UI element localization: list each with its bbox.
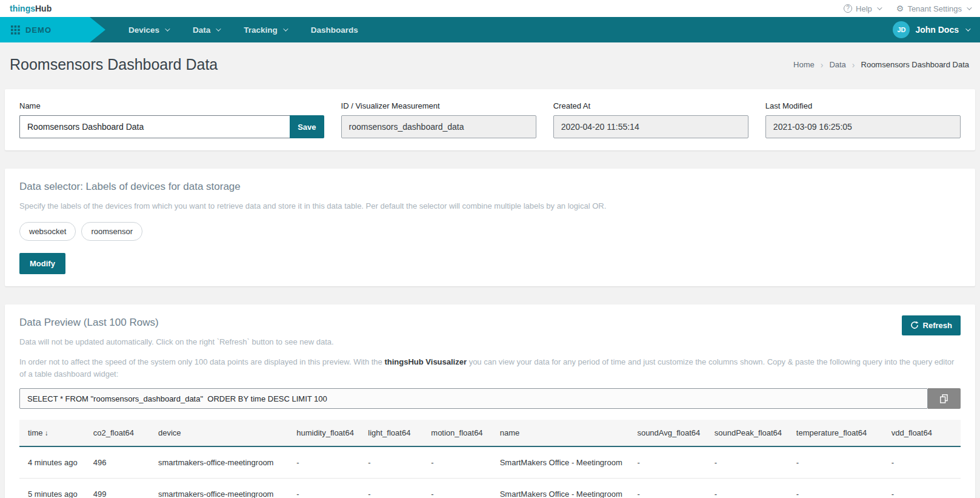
data-preview-title: Data Preview (Last 100 Rows)	[19, 317, 961, 329]
nav-item-tracking[interactable]: Tracking	[244, 25, 287, 35]
visualizer-name: thingsHub Visusalizer	[384, 357, 467, 366]
tenant-switcher[interactable]: DEMO	[0, 17, 107, 42]
query-group	[19, 388, 961, 409]
help-menu[interactable]: ? Help	[844, 4, 881, 13]
tenant-settings-label: Tenant Settings	[907, 4, 962, 13]
cell-name: SmartMakers Office - Meetingroom	[494, 479, 632, 498]
column-header-motion[interactable]: motion_float64	[425, 420, 493, 446]
modify-button[interactable]: Modify	[19, 253, 65, 274]
nav-item-dashboards[interactable]: Dashboards	[311, 25, 358, 35]
breadcrumb: Home › Data › Roomsensors Dashboard Data	[793, 60, 969, 70]
column-header-soundpeak[interactable]: soundPeak_float64	[708, 420, 790, 446]
label-tags: websocket roomsensor	[19, 222, 961, 241]
cell-humidity: -	[290, 479, 362, 498]
id-input	[341, 115, 536, 138]
save-button[interactable]: Save	[290, 115, 324, 138]
column-header-temperature[interactable]: temperature_float64	[790, 420, 885, 446]
created-at-input	[553, 115, 748, 138]
tenant-settings-menu[interactable]: ⚙ Tenant Settings	[896, 4, 970, 13]
user-menu[interactable]: JD John Docs	[893, 21, 969, 38]
name-input[interactable]	[19, 115, 290, 138]
cell-co2: 499	[87, 479, 152, 498]
nav-item-data[interactable]: Data	[193, 25, 219, 35]
breadcrumb-separator: ›	[821, 60, 824, 70]
cell-soundavg: -	[631, 479, 708, 498]
cell-vdd: -	[885, 479, 961, 498]
data-preview-table: time↓ co2_float64 device humidity_float6…	[19, 420, 961, 498]
sort-desc-icon: ↓	[45, 429, 48, 437]
logo-text-hub: Hub	[35, 4, 52, 13]
logo-text-things: things	[10, 4, 35, 13]
page-header: Roomsensors Dashboard Data Home › Data ›…	[0, 42, 980, 89]
cell-time: 4 minutes ago	[19, 446, 87, 479]
label-tag-roomsensor: roomsensor	[81, 222, 142, 241]
cell-humidity: -	[290, 446, 362, 479]
column-header-time[interactable]: time↓	[19, 420, 87, 446]
cell-motion: -	[425, 479, 493, 498]
cell-device: smartmakers-office-meetingroom	[152, 479, 290, 498]
cell-soundavg: -	[631, 446, 708, 479]
cell-vdd: -	[885, 446, 961, 479]
breadcrumb-home[interactable]: Home	[793, 60, 815, 69]
cell-soundpeak: -	[708, 479, 790, 498]
data-selector-card: Data selector: Labels of devices for dat…	[5, 169, 975, 286]
data-selector-title: Data selector: Labels of devices for dat…	[19, 181, 961, 193]
cell-light: -	[362, 446, 425, 479]
cell-name: SmartMakers Office - Meetingroom	[494, 446, 632, 479]
help-label: Help	[856, 4, 872, 13]
id-label: ID / Visualizer Measurement	[341, 101, 536, 110]
nav-items: Devices Data Tracking Dashboards	[128, 25, 358, 35]
user-name: John Docs	[915, 25, 959, 35]
preview-note-1: Data will not be updated automatically. …	[19, 336, 961, 348]
cell-device: smartmakers-office-meetingroom	[152, 446, 290, 479]
main-navbar: DEMO Devices Data Tracking Dashboards JD…	[0, 17, 980, 42]
breadcrumb-current: Roomsensors Dashboard Data	[861, 60, 969, 69]
refresh-label: Refresh	[923, 321, 952, 330]
page-title: Roomsensors Dashboard Data	[10, 56, 218, 73]
help-icon: ?	[844, 4, 852, 13]
data-preview-card: Data Preview (Last 100 Rows) Refresh Dat…	[5, 305, 975, 498]
chevron-down-icon	[283, 26, 288, 31]
copy-icon	[940, 394, 948, 403]
tenant-name: DEMO	[25, 25, 52, 35]
thingshub-logo[interactable]: thingsHub	[10, 4, 52, 13]
nav-label: Dashboards	[311, 25, 358, 35]
copy-query-button[interactable]	[928, 388, 961, 409]
last-modified-label: Last Modified	[765, 101, 961, 110]
query-input[interactable]	[19, 388, 928, 409]
breadcrumb-separator: ›	[852, 60, 855, 70]
refresh-icon	[910, 321, 919, 329]
cell-temperature: -	[790, 446, 885, 479]
cell-soundpeak: -	[708, 446, 790, 479]
chevron-down-icon	[216, 26, 221, 31]
cell-motion: -	[425, 446, 493, 479]
name-label: Name	[19, 101, 324, 110]
chevron-down-icon	[877, 5, 882, 10]
column-header-soundavg[interactable]: soundAvg_float64	[631, 420, 708, 446]
preview-note-2: In order not to affect the speed of the …	[19, 356, 961, 380]
table-row: 4 minutes ago 496 smartmakers-office-mee…	[19, 446, 961, 479]
nav-label: Data	[193, 25, 210, 35]
grid-icon	[11, 25, 20, 35]
column-header-name[interactable]: name	[494, 420, 632, 446]
data-selector-description: Specify the labels of the devices from w…	[19, 200, 961, 212]
topbar-menus: ? Help ⚙ Tenant Settings	[844, 4, 970, 13]
column-header-light[interactable]: light_float64	[362, 420, 425, 446]
nav-item-devices[interactable]: Devices	[128, 25, 168, 35]
table-row: 5 minutes ago 499 smartmakers-office-mee…	[19, 479, 961, 498]
column-header-humidity[interactable]: humidity_float64	[290, 420, 362, 446]
created-at-label: Created At	[553, 101, 748, 110]
topbar: thingsHub ? Help ⚙ Tenant Settings	[0, 0, 980, 17]
avatar: JD	[893, 21, 910, 38]
last-modified-input	[765, 115, 961, 138]
id-field-group: ID / Visualizer Measurement	[341, 101, 536, 138]
column-header-vdd[interactable]: vdd_float64	[885, 420, 961, 446]
gear-icon: ⚙	[896, 4, 904, 13]
breadcrumb-data[interactable]: Data	[829, 60, 845, 69]
column-header-device[interactable]: device	[152, 420, 290, 446]
cell-light: -	[362, 479, 425, 498]
table-header-row: time↓ co2_float64 device humidity_float6…	[19, 420, 961, 446]
name-field-group: Name Save	[19, 101, 324, 138]
refresh-button[interactable]: Refresh	[902, 315, 961, 335]
column-header-co2[interactable]: co2_float64	[87, 420, 152, 446]
